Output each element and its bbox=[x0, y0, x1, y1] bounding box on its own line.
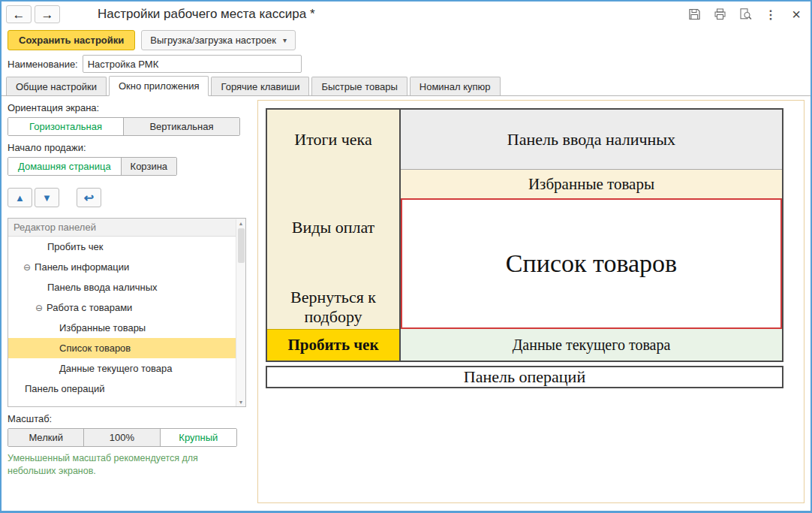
move-down-button[interactable]: ▼ bbox=[35, 188, 59, 207]
tree-header: Редактор панелей bbox=[8, 219, 245, 237]
tab-hotkeys[interactable]: Горячие клавиши bbox=[211, 77, 309, 95]
tree-item-panel-informacii[interactable]: ⊖ Панель информации bbox=[8, 257, 245, 277]
tree-item-panel-operacij[interactable]: Панель операций bbox=[8, 379, 245, 399]
back-button[interactable]: ← bbox=[6, 5, 32, 23]
save-icon[interactable] bbox=[687, 8, 701, 21]
scale-large-option[interactable]: Крупный bbox=[161, 429, 236, 446]
panel-izbrannye-tovary[interactable]: Избранные товары bbox=[401, 170, 782, 198]
titlebar-actions: ⋮ × bbox=[687, 8, 803, 21]
tree-item-rabota-s-tovarami[interactable]: ⊖ Работа с товарами bbox=[8, 297, 245, 318]
chevron-down-icon: ▾ bbox=[283, 36, 287, 44]
tree-actions: ▲ ▼ ↩ bbox=[8, 188, 248, 207]
preview-icon[interactable] bbox=[738, 8, 752, 21]
panel-vvoda-nalichnyh[interactable]: Панель ввода наличных bbox=[401, 110, 782, 170]
scale-hint: Уменьшенный масштаб рекомендуется для не… bbox=[8, 452, 233, 477]
panel-itogi-cheka[interactable]: Итоги чека bbox=[267, 110, 399, 170]
reset-button[interactable]: ↩ bbox=[77, 188, 101, 207]
panel-vidy-oplat[interactable]: Виды оплат bbox=[267, 170, 399, 285]
scroll-up-icon[interactable]: ▲ bbox=[239, 221, 244, 226]
scale-100-option[interactable]: 100% bbox=[84, 429, 160, 446]
app-window: ← → Настройки рабочего места кассира * ⋮… bbox=[0, 0, 812, 513]
sale-start-label: Начало продажи: bbox=[8, 142, 248, 153]
forward-button[interactable]: → bbox=[35, 5, 60, 23]
move-up-button[interactable]: ▲ bbox=[8, 188, 32, 207]
content-area: Ориентация экрана: Горизонтальная Вертик… bbox=[2, 96, 810, 511]
tab-bar: Общие настройки Окно приложения Горячие … bbox=[2, 75, 810, 96]
mockup-right-column: Панель ввода наличных Избранные товары С… bbox=[401, 110, 782, 361]
save-settings-button[interactable]: Сохранить настройки bbox=[8, 30, 135, 50]
forward-arrow-icon: → bbox=[41, 8, 54, 21]
collapse-icon[interactable]: ⊖ bbox=[35, 303, 43, 313]
layout-preview: Итоги чека Виды оплат Вернуться к подбор… bbox=[257, 100, 804, 503]
settings-panel: Ориентация экрана: Горизонтальная Вертик… bbox=[2, 96, 254, 511]
scrollbar-thumb[interactable] bbox=[238, 228, 245, 263]
down-arrow-icon: ▼ bbox=[42, 192, 52, 204]
tab-general-settings[interactable]: Общие настройки bbox=[6, 77, 107, 95]
layout-mockup: Итоги чека Виды оплат Вернуться к подбор… bbox=[266, 108, 783, 388]
tab-app-window[interactable]: Окно приложения bbox=[109, 76, 209, 96]
scale-switch: Мелкий 100% Крупный bbox=[8, 428, 237, 447]
import-export-label: Выгрузка/загрузка настроек bbox=[150, 35, 276, 46]
scroll-down-icon[interactable]: ▼ bbox=[239, 400, 244, 405]
tree-item-spisok-tovarov[interactable]: Список товаров bbox=[8, 338, 245, 358]
more-icon[interactable]: ⋮ bbox=[764, 8, 777, 21]
orientation-switch: Горизонтальная Вертикальная bbox=[8, 117, 240, 136]
name-row: Наименование: bbox=[2, 53, 810, 75]
name-label: Наименование: bbox=[8, 59, 78, 70]
panel-vernutsya-k-podboru[interactable]: Вернуться к подбору bbox=[267, 285, 399, 329]
page-title: Настройки рабочего места кассира * bbox=[98, 7, 315, 22]
orientation-vertical-option[interactable]: Вертикальная bbox=[124, 118, 239, 135]
collapse-icon[interactable]: ⊖ bbox=[23, 262, 31, 273]
tree-item-panel-vvoda-nalichnyh[interactable]: Панель ввода наличных bbox=[8, 277, 245, 297]
orientation-label: Ориентация экрана: bbox=[8, 102, 248, 113]
back-arrow-icon: ← bbox=[13, 8, 26, 21]
name-input[interactable] bbox=[83, 55, 302, 73]
panel-spisok-tovarov[interactable]: Список товаров bbox=[401, 198, 782, 329]
tab-banknotes[interactable]: Номинал купюр bbox=[410, 77, 501, 95]
scale-small-option[interactable]: Мелкий bbox=[8, 429, 84, 446]
sale-start-switch: Домашняя страница Корзина bbox=[8, 157, 177, 176]
sale-start-home-option[interactable]: Домашняя страница bbox=[8, 158, 122, 175]
tree-item-dannye-tekushchego-tovara[interactable]: Данные текущего товара bbox=[8, 358, 245, 379]
panel-probit-chek[interactable]: Пробить чек bbox=[267, 329, 399, 361]
panel-operacij[interactable]: Панель операций bbox=[266, 366, 783, 388]
print-icon[interactable] bbox=[713, 8, 726, 21]
reset-arrow-icon: ↩ bbox=[84, 191, 94, 205]
tree-item-izbrannye-tovary[interactable]: Избранные товары bbox=[8, 318, 245, 338]
panel-editor-tree: Редактор панелей Пробить чек ⊖ Панель ин… bbox=[8, 218, 246, 407]
title-bar: ← → Настройки рабочего места кассира * ⋮… bbox=[2, 2, 810, 27]
tree-scrollbar[interactable]: ▲ ▼ bbox=[236, 219, 245, 406]
up-arrow-icon: ▲ bbox=[15, 192, 25, 204]
sale-start-cart-option[interactable]: Корзина bbox=[122, 158, 176, 175]
orientation-horizontal-option[interactable]: Горизонтальная bbox=[8, 118, 124, 135]
mockup-main-block: Итоги чека Виды оплат Вернуться к подбор… bbox=[266, 108, 783, 362]
toolbar: Сохранить настройки Выгрузка/загрузка на… bbox=[2, 27, 810, 53]
tab-quick-goods[interactable]: Быстрые товары bbox=[311, 77, 407, 95]
import-export-button[interactable]: Выгрузка/загрузка настроек ▾ bbox=[141, 30, 296, 50]
close-icon[interactable]: × bbox=[789, 8, 803, 21]
mockup-left-column: Итоги чека Виды оплат Вернуться к подбор… bbox=[267, 110, 401, 361]
tree-item-probit-chek[interactable]: Пробить чек bbox=[8, 237, 245, 257]
panel-dannye-tekushchego-tovara[interactable]: Данные текущего товара bbox=[401, 329, 782, 361]
scale-label: Масштаб: bbox=[8, 413, 248, 424]
